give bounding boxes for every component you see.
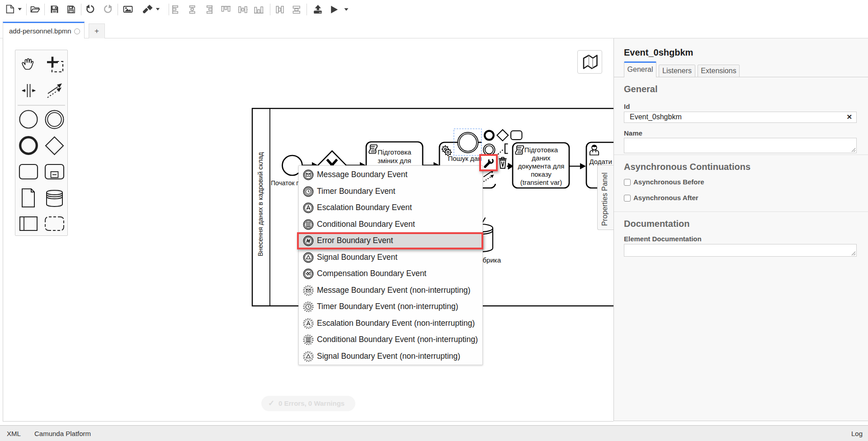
svg-text:документа для: документа для — [518, 162, 565, 170]
svg-text:даних: даних — [532, 154, 551, 162]
svg-text:Внесення даних в кадровий скла: Внесення даних в кадровий склад — [257, 152, 264, 256]
svg-text:Підготовка: Підготовка — [524, 146, 558, 154]
svg-text:показу: показу — [531, 170, 552, 178]
svg-text:Додати дані: Додати дані — [590, 158, 615, 165]
svg-text:Підготовка: Підготовка — [377, 148, 411, 156]
svg-text:(transient var): (transient var) — [520, 178, 562, 186]
svg-text:зміних для: зміних для — [377, 157, 411, 164]
